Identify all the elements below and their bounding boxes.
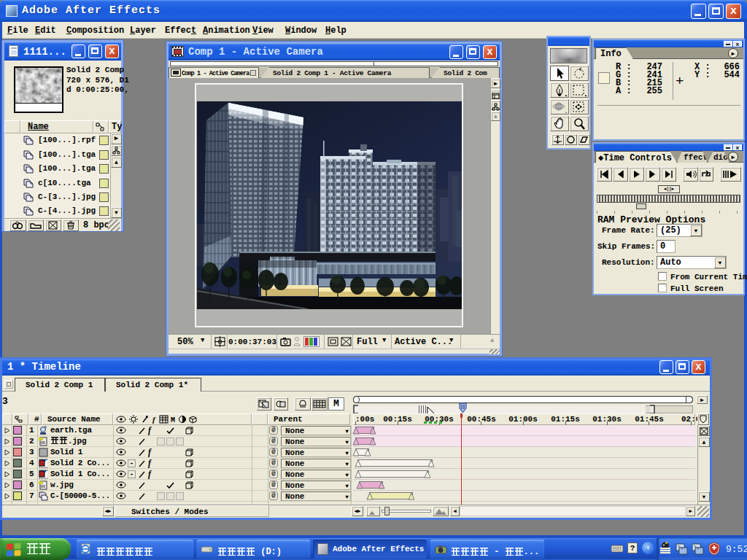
svg-text:f: f [152, 415, 156, 424]
svg-text:M: M [171, 416, 175, 424]
